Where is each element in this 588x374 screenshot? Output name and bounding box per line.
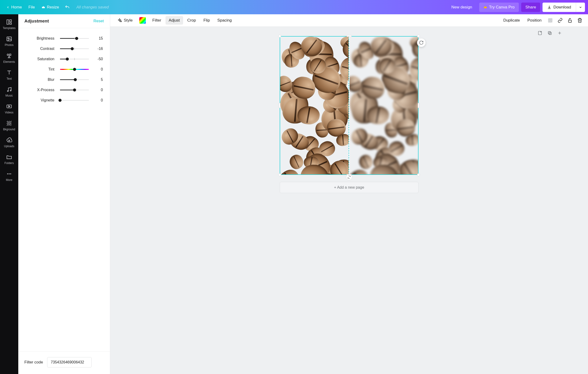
page-notes-button[interactable] [536,30,544,37]
svg-rect-18 [568,20,572,22]
position-button[interactable]: Position [524,16,545,25]
filter-code-label: Filter code [24,360,43,365]
sync-icon [347,176,351,179]
slider-knob[interactable] [71,47,74,50]
text-icon [6,70,12,76]
save-status-text: All changes saved [76,5,109,10]
crown-icon [42,5,45,9]
slider-knob[interactable] [73,89,76,92]
adjust-value: 0 [93,88,104,92]
lock-button[interactable] [566,16,574,25]
reset-button[interactable]: Reset [94,19,104,23]
resize-handle-tl[interactable] [278,35,281,38]
flip-button[interactable]: Flip [200,16,213,25]
page-add-button[interactable] [556,30,563,37]
sidebar-item-templates[interactable]: Templates [0,16,18,32]
sidebar-item-videos[interactable]: Videos [0,100,18,117]
adjust-row-vignette: Vignette0 [18,95,104,105]
notes-icon [538,31,542,35]
photos-icon [6,36,12,42]
add-page-button[interactable]: + Add a new page [280,182,419,193]
page-duplicate-button[interactable] [546,30,553,37]
folders-icon [6,154,12,160]
sidebar-item-more[interactable]: More [0,167,18,184]
slider-knob[interactable] [59,99,62,102]
rotate-button[interactable] [417,38,426,47]
undo-button[interactable] [62,3,72,12]
sidebar-item-uploads[interactable]: Uploads [0,134,18,151]
context-toolbar: Style Filter Adjust Crop Flip Spacing Du… [110,14,588,27]
background-icon [6,120,12,126]
adjust-value: 0 [93,67,104,72]
slider-knob[interactable] [66,58,69,61]
adjust-slider[interactable] [60,79,89,80]
canvas-page[interactable] [280,36,419,175]
split-divider[interactable] [349,36,350,175]
adjust-slider[interactable] [60,58,89,60]
download-button[interactable]: Download [543,3,576,12]
resize-handle-top[interactable] [346,35,352,37]
download-dropdown-button[interactable] [576,3,585,12]
svg-point-4 [8,38,9,39]
svg-marker-10 [9,106,10,107]
adjust-slider[interactable] [60,100,89,101]
try-pro-button[interactable]: Try Canva Pro [479,3,519,12]
panel-title: Adjustment [24,19,49,24]
sidebar-item-text[interactable]: Text [0,66,18,83]
slider-knob[interactable] [75,37,78,40]
resize-handle-bl[interactable] [278,173,281,176]
filter-button[interactable]: Filter [149,16,165,25]
trash-icon [577,18,582,23]
svg-point-13 [10,173,11,174]
style-button[interactable]: Style [114,16,136,25]
svg-rect-2 [10,23,11,24]
delete-button[interactable] [575,16,584,25]
more-icon [6,171,12,177]
adjust-label: Blur [18,78,56,82]
sidebar-item-photos[interactable]: Photos [0,32,18,50]
spacing-button[interactable]: Spacing [214,16,235,25]
share-button[interactable]: Share [521,3,540,12]
sidebar-nav: Templates Photos Elements Text Music Vid… [0,14,18,374]
sidebar-item-background[interactable]: Bkground [0,117,18,134]
adjust-slider[interactable] [60,89,89,91]
svg-rect-0 [7,20,9,24]
color-picker-swatch[interactable] [139,17,146,24]
home-button[interactable]: Home [3,3,25,11]
sidebar-item-music[interactable]: Music [0,83,18,100]
slider-knob[interactable] [74,78,77,81]
duplicate-button[interactable]: Duplicate [500,16,523,25]
link-button[interactable] [556,16,565,25]
adjust-slider[interactable] [60,69,89,70]
new-design-button[interactable]: New design [447,3,476,12]
adjust-label: Vignette [18,98,56,102]
resize-handle-tr[interactable] [417,35,420,38]
sidebar-item-elements[interactable]: Elements [0,50,18,66]
slider-knob[interactable] [73,68,76,71]
filter-code-input[interactable] [47,357,92,367]
adjust-row-brightness: Brightness15 [18,33,104,44]
download-icon [547,5,551,9]
transparency-button[interactable] [546,16,555,25]
videos-icon [6,103,12,109]
adjust-row-saturation: Saturation-50 [18,54,104,64]
svg-rect-20 [549,32,551,35]
resize-button[interactable]: Resize [38,3,62,11]
home-label: Home [11,5,22,10]
adjust-button[interactable]: Adjust [166,16,183,25]
undo-icon [65,5,70,10]
plus-icon [557,31,562,35]
crown-icon [483,5,487,9]
adjust-slider[interactable] [60,38,89,39]
crop-button[interactable]: Crop [184,16,199,25]
resize-handle-br[interactable] [417,173,420,176]
resize-handle-right[interactable] [418,103,420,108]
svg-rect-21 [548,31,550,34]
resize-handle-left[interactable] [279,103,280,108]
sidebar-item-folders[interactable]: Folders [0,151,18,167]
transparency-icon [548,18,553,23]
adjust-slider[interactable] [60,48,89,50]
sync-badge[interactable] [346,174,352,180]
adjust-row-contrast: Contrast-16 [18,44,104,54]
file-menu-button[interactable]: File [25,3,38,11]
